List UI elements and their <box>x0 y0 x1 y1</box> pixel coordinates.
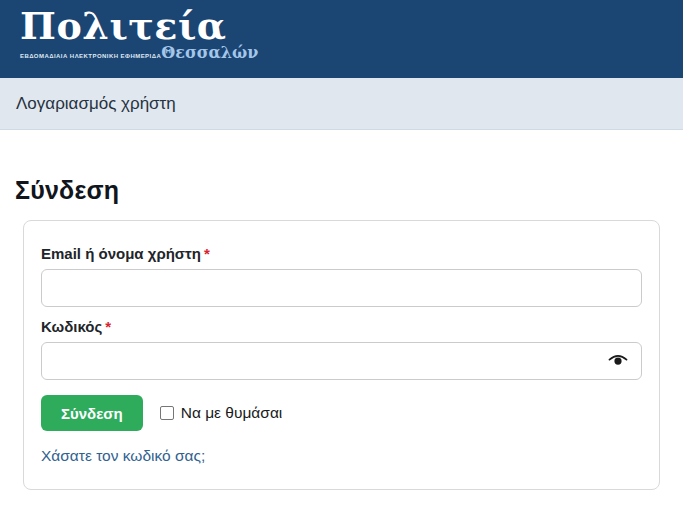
remember-label: Να με θυμάσαι <box>181 404 283 422</box>
remember-checkbox[interactable] <box>160 406 174 420</box>
password-label-text: Κωδικός <box>41 318 102 335</box>
page-title: Λογαριασμός χρήστη <box>16 94 176 114</box>
password-label: Κωδικός* <box>41 318 642 335</box>
forgot-password-link[interactable]: Χάσατε τον κωδικό σας; <box>41 447 205 465</box>
login-form-card: Email ή όνομα χρήστη* Κωδικός* Σύνδεση Ν <box>23 220 660 490</box>
main-content: Σύνδεση Email ή όνομα χρήστη* Κωδικός* Σ… <box>0 176 683 490</box>
password-field-wrapper <box>41 342 642 380</box>
password-input[interactable] <box>41 342 642 380</box>
show-password-button[interactable] <box>604 351 632 372</box>
eye-icon <box>608 356 628 371</box>
app-header: Πολιτεία ΕΒΔΟΜΑΔΙΑΙΑ ΗΛΕΚΤΡΟΝΙΚΗ ΕΦΗΜΕΡΙ… <box>0 0 683 78</box>
remember-me[interactable]: Να με θυμάσαι <box>160 404 283 422</box>
logo-region: Θεσσαλών <box>161 43 258 62</box>
logo[interactable]: Πολιτεία ΕΒΔΟΜΑΔΙΑΙΑ ΗΛΕΚΤΡΟΝΙΚΗ ΕΦΗΜΕΡΙ… <box>20 5 258 62</box>
email-input[interactable] <box>41 269 642 307</box>
form-actions: Σύνδεση Να με θυμάσαι <box>41 395 642 431</box>
email-label-text: Email ή όνομα χρήστη <box>41 245 201 262</box>
page-title-bar: Λογαριασμός χρήστη <box>0 78 683 130</box>
logo-subtitle: ΕΒΔΟΜΑΔΙΑΙΑ ΗΛΕΚΤΡΟΝΙΚΗ ΕΦΗΜΕΡΙΔΑ <box>20 53 161 59</box>
required-asterisk: * <box>204 245 210 262</box>
login-heading: Σύνδεση <box>15 176 668 205</box>
email-label: Email ή όνομα χρήστη* <box>41 245 642 262</box>
login-button[interactable]: Σύνδεση <box>41 395 143 431</box>
logo-title: Πολιτεία <box>20 5 258 46</box>
required-asterisk: * <box>105 318 111 335</box>
